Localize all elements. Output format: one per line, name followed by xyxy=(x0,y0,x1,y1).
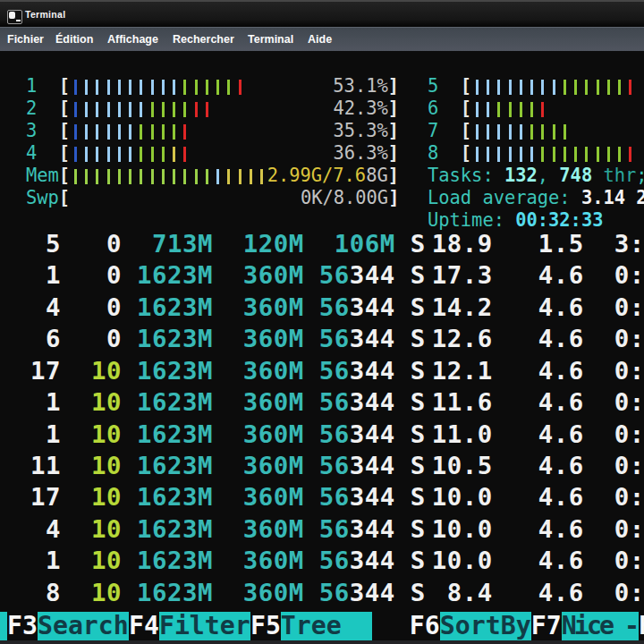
terminal-window-icon xyxy=(7,10,22,24)
process-row[interactable]: 4 10 1623M 360M 56344 S10.0 4.6 0:23 xyxy=(0,513,644,545)
process-row[interactable]: 1 0 1623M 360M 56344 S17.3 4.6 0:29 xyxy=(0,259,644,291)
window-title: Terminal xyxy=(25,9,65,20)
cpu-meter-2: 2 [ 42.3%] xyxy=(26,97,399,120)
bottom-strip xyxy=(0,640,644,644)
process-table: 5 0 713M 120M 106M S18.9 1.5 3:25 1 0 16… xyxy=(0,228,644,608)
cpu-meter-8: 8 [ xyxy=(428,142,644,165)
menu-terminal[interactable]: Terminal xyxy=(248,33,293,46)
fkey-F5[interactable]: F5 xyxy=(250,612,281,640)
swap-meter: Swp[ 0K/8.00G] xyxy=(26,187,399,209)
process-row[interactable]: 17 10 1623M 360M 56344 S12.1 4.6 0:26 xyxy=(0,355,644,386)
memory-meter: Mem[2.99G/7.68G] xyxy=(26,165,399,187)
menu-fichier[interactable]: Fichier xyxy=(7,33,44,46)
cpu-meter-1: 1 [ 53.1%] xyxy=(26,75,399,97)
process-row[interactable]: 1 10 1623M 360M 56344 S10.0 4.6 0:22 xyxy=(0,545,644,576)
fkey-label-Search[interactable]: Search xyxy=(38,612,129,640)
process-row[interactable]: 4 0 1623M 360M 56344 S14.2 4.6 0:28 xyxy=(0,292,644,323)
cpu-meter-3: 3 [ 35.3%] xyxy=(26,120,399,142)
function-key-bar: F3SearchF4FilterF5TreeF6SortByF7Nice -F8 xyxy=(0,612,644,640)
cpu-mem-meters-left: 1 [ 53.1%]2 [ 42.3%]3 [ 35.3%]4 [ 36.3%]… xyxy=(26,75,399,209)
fkey-label-Filter[interactable]: Filter xyxy=(159,612,250,640)
cpu-meter-6: 6 [ xyxy=(428,97,644,120)
menu-affichage[interactable]: Affichage xyxy=(107,33,158,46)
fkey-label-SortBy[interactable]: SortBy xyxy=(440,612,531,640)
menu-aide[interactable]: Aide xyxy=(308,33,332,46)
fkey-F6[interactable]: F6 xyxy=(410,612,440,640)
menubar: Fichier Édition Affichage Rechercher Ter… xyxy=(0,27,644,51)
fkey-F8[interactable]: F8 xyxy=(639,612,644,640)
process-row[interactable]: 11 10 1623M 360M 56344 S10.5 4.6 0:24 xyxy=(0,450,644,481)
cpu-meter-7: 7 [ xyxy=(428,120,644,142)
process-row[interactable]: 6 0 1623M 360M 56344 S12.6 4.6 0:27 xyxy=(0,323,644,354)
fkey-F4[interactable]: F4 xyxy=(129,612,159,640)
process-row[interactable]: 17 10 1623M 360M 56344 S10.0 4.6 0:23 xyxy=(0,481,644,513)
load-average-line: Load average: 3.14 2.59 xyxy=(428,187,644,209)
cpu-meter-5: 5 [ xyxy=(428,75,644,97)
tasks-line: Tasks: 132, 748 thr; xyxy=(428,165,644,187)
menu-edition[interactable]: Édition xyxy=(55,33,93,46)
process-row[interactable]: 1 10 1623M 360M 56344 S11.6 4.6 0:25 xyxy=(0,386,644,418)
menu-rechercher[interactable]: Rechercher xyxy=(173,33,234,46)
process-row[interactable]: 8 10 1623M 360M 56344 S 8.4 4.6 0:21 xyxy=(0,577,644,608)
cpu-meter-4: 4 [ 36.3%] xyxy=(26,142,399,165)
cpu-stats-right: 5 [6 [7 [8 [Tasks: 132, 748 thr;Load ave… xyxy=(428,75,644,232)
fkey-sliver xyxy=(0,612,7,640)
process-row[interactable]: 5 0 713M 120M 106M S18.9 1.5 3:25 xyxy=(0,228,644,259)
window-titlebar[interactable]: Terminal xyxy=(0,0,644,27)
fkey-label-Tree[interactable]: Tree xyxy=(281,612,372,640)
fkey-label-Nice[interactable]: Nice - xyxy=(562,612,639,640)
fkey-F7[interactable]: F7 xyxy=(531,612,562,640)
process-row[interactable]: 1 10 1623M 360M 56344 S11.0 4.6 0:24 xyxy=(0,419,644,450)
fkey-F3[interactable]: F3 xyxy=(7,612,38,640)
